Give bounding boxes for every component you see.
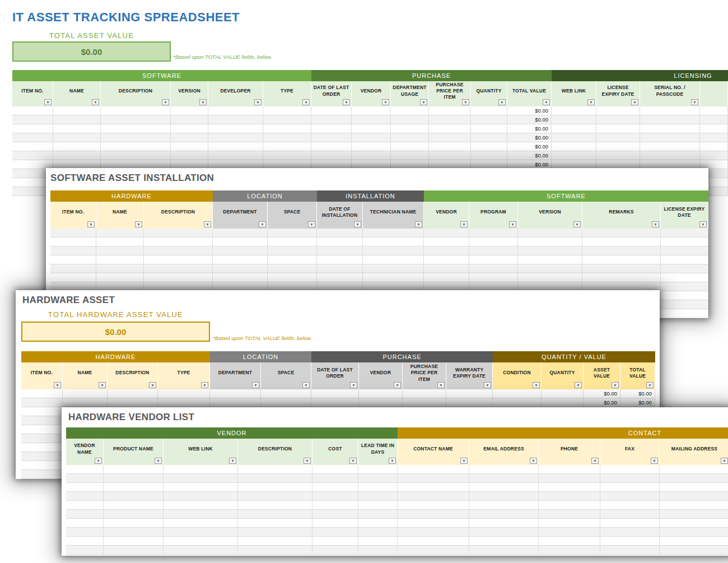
cell-contact-name[interactable] bbox=[398, 537, 469, 546]
filter-dropdown-icon[interactable]: ▼ bbox=[533, 382, 540, 388]
cell-type[interactable] bbox=[263, 151, 311, 160]
column-header-item-no[interactable]: ITEM NO.▼ bbox=[12, 81, 53, 106]
cell-total-value[interactable]: $0.00 bbox=[507, 124, 552, 133]
cell-email-address[interactable] bbox=[469, 501, 539, 510]
cell-vendor[interactable] bbox=[424, 264, 469, 273]
filter-dropdown-icon[interactable]: ▼ bbox=[302, 99, 310, 105]
cell-contact-name[interactable] bbox=[398, 501, 469, 510]
column-header-quantity[interactable]: QUANTITY▼ bbox=[542, 362, 584, 389]
cell-department[interactable] bbox=[213, 255, 268, 264]
cell-name[interactable] bbox=[96, 264, 144, 273]
cell-version[interactable] bbox=[518, 264, 582, 273]
cell-web-link[interactable] bbox=[164, 546, 238, 555]
cell-item-no[interactable] bbox=[50, 229, 96, 238]
cell-description[interactable] bbox=[144, 255, 213, 264]
cell-vendor-name[interactable] bbox=[66, 501, 104, 510]
cell-name[interactable] bbox=[96, 246, 144, 255]
cell-type[interactable] bbox=[263, 124, 311, 133]
filter-dropdown-icon[interactable]: ▼ bbox=[149, 382, 156, 388]
cell-cost[interactable] bbox=[312, 465, 358, 474]
cell-vendor-name[interactable] bbox=[66, 492, 104, 501]
cell-license-expiry-date[interactable] bbox=[661, 273, 708, 282]
cell-email-address[interactable] bbox=[469, 546, 539, 555]
cell-web-link[interactable] bbox=[164, 510, 238, 519]
cell-description[interactable] bbox=[238, 510, 312, 519]
column-header-vendor[interactable]: VENDOR▼ bbox=[352, 81, 391, 106]
column-header-purchase-price-per-item[interactable]: PURCHASE PRICE PER ITEM▼ bbox=[403, 362, 446, 389]
column-header-serial-no-passcode[interactable]: SERIAL NO. / PASSCODE▼ bbox=[640, 81, 700, 106]
cell-mailing-address[interactable] bbox=[660, 474, 728, 483]
cell-description[interactable] bbox=[101, 142, 171, 151]
cell-vendor[interactable] bbox=[352, 115, 391, 124]
cell-program[interactable] bbox=[469, 246, 518, 255]
column-header-purchase-price-per-item[interactable]: PURCHASE PRICE PER ITEM▼ bbox=[429, 81, 471, 106]
filter-dropdown-icon[interactable]: ▼ bbox=[721, 458, 728, 464]
column-header-description[interactable]: DESCRIPTION▼ bbox=[144, 202, 213, 229]
cell-purchase-price-per-item[interactable] bbox=[429, 115, 471, 124]
cell-type[interactable] bbox=[158, 389, 210, 398]
column-header-name[interactable]: NAME▼ bbox=[53, 81, 101, 106]
cell-fax[interactable] bbox=[600, 537, 660, 546]
cell-quantity[interactable] bbox=[542, 389, 584, 398]
cell-item-no[interactable] bbox=[21, 425, 63, 434]
cell-vendor[interactable] bbox=[424, 246, 469, 255]
cell-vendor[interactable] bbox=[359, 389, 403, 398]
cell-department[interactable] bbox=[213, 264, 268, 273]
cell-total-value[interactable]: $0.00 bbox=[507, 106, 552, 115]
cell-license-expiry-date[interactable] bbox=[661, 309, 708, 318]
cell-version[interactable] bbox=[518, 273, 582, 282]
cell-type[interactable] bbox=[158, 398, 210, 407]
cell-product-name[interactable] bbox=[104, 546, 164, 555]
cell-purchase-price-per-item[interactable] bbox=[429, 124, 471, 133]
filter-dropdown-icon[interactable]: ▼ bbox=[99, 382, 106, 388]
cell-item-no[interactable] bbox=[50, 246, 96, 255]
cell-date-of-installation[interactable] bbox=[317, 238, 363, 246]
column-header-item-no[interactable]: ITEM NO.▼ bbox=[21, 362, 63, 389]
cell-mailing-address[interactable] bbox=[660, 492, 728, 501]
cell-serial-no-passcode[interactable] bbox=[640, 106, 700, 115]
cell-vendor[interactable] bbox=[352, 142, 391, 151]
cell-description[interactable] bbox=[144, 264, 213, 273]
filter-dropdown-icon[interactable]: ▼ bbox=[95, 458, 102, 464]
cell-remarks[interactable] bbox=[582, 238, 661, 246]
cell-web-link[interactable] bbox=[552, 106, 596, 115]
cell-web-link[interactable] bbox=[164, 492, 238, 501]
cell-license-expiry-date[interactable] bbox=[596, 151, 640, 160]
cell-mailing-address[interactable] bbox=[660, 528, 728, 537]
cell-total-value[interactable]: $0.00 bbox=[620, 389, 655, 398]
cell-remarks[interactable] bbox=[582, 255, 661, 264]
cell-name[interactable] bbox=[53, 151, 101, 160]
cell-quantity[interactable] bbox=[471, 106, 507, 115]
cell-total-value[interactable]: $0.00 bbox=[620, 398, 655, 407]
column-header-department[interactable]: DEPARTMENT▼ bbox=[213, 202, 268, 229]
cell-warranty-expiry-date[interactable] bbox=[446, 398, 493, 407]
cell-date-of-last-order[interactable] bbox=[311, 142, 352, 151]
cell-version[interactable] bbox=[171, 151, 208, 160]
cell-purchase-price-per-item[interactable] bbox=[403, 398, 446, 407]
cell-vendor[interactable] bbox=[352, 151, 391, 160]
cell-vendor-name[interactable] bbox=[66, 510, 104, 519]
cell-vendor-name[interactable] bbox=[66, 519, 104, 528]
cell-phone[interactable] bbox=[539, 474, 600, 483]
cell-quantity[interactable] bbox=[471, 142, 507, 151]
cell-web-link[interactable] bbox=[164, 528, 238, 537]
cell-description[interactable] bbox=[238, 546, 312, 555]
cell-item-no[interactable] bbox=[21, 461, 63, 470]
cell-mailing-address[interactable] bbox=[660, 483, 728, 492]
cell-phone[interactable] bbox=[539, 483, 600, 492]
filter-dropdown-icon[interactable]: ▼ bbox=[394, 382, 401, 388]
column-header-name[interactable]: NAME▼ bbox=[63, 362, 108, 389]
cell-lead-time-in-days[interactable] bbox=[358, 528, 398, 537]
column-header-blank[interactable] bbox=[700, 81, 728, 106]
filter-dropdown-icon[interactable]: ▼ bbox=[484, 382, 491, 388]
cell-program[interactable] bbox=[469, 273, 518, 282]
cell-contact-name[interactable] bbox=[398, 483, 469, 492]
column-header-phone[interactable]: PHONE▼ bbox=[539, 439, 600, 465]
cell-vendor[interactable] bbox=[424, 255, 469, 264]
cell-blank[interactable] bbox=[700, 106, 728, 115]
cell-department[interactable] bbox=[210, 389, 261, 398]
cell-item-no[interactable] bbox=[21, 434, 63, 443]
cell-lead-time-in-days[interactable] bbox=[358, 501, 398, 510]
cell-description[interactable] bbox=[101, 151, 171, 160]
cell-quantity[interactable] bbox=[471, 151, 507, 160]
